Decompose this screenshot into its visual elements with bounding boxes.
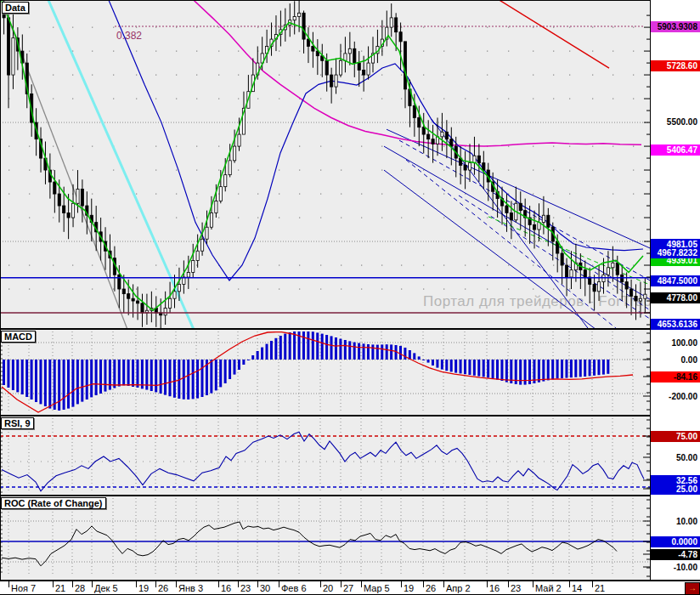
price-label: 50.00 <box>651 452 700 463</box>
time-axis-tick <box>218 581 219 587</box>
time-axis-tick <box>423 581 424 587</box>
time-axis: Ноя 72128Дек 51926Янв 3162330Фев 62027Ма… <box>0 580 700 595</box>
series-label-button[interactable]: Data <box>2 2 29 14</box>
panel-divider <box>0 415 651 416</box>
price-label: 0.0000 <box>651 536 700 547</box>
roc-panel-label[interactable]: ROC (Rate of Change) <box>1 497 106 509</box>
time-axis-label: 19 <box>404 583 414 593</box>
price-axis: 5903.93085728.605500.005406.474981.05493… <box>651 0 700 580</box>
time-axis-label: 26 <box>158 583 168 593</box>
time-axis-tick <box>53 581 54 587</box>
price-label: 100.00 <box>651 337 700 348</box>
trading-chart-window: Портал для трейдеров - ForTrader.ru 0.38… <box>0 0 700 595</box>
time-axis-label: 16 <box>489 583 500 593</box>
time-axis-label: 14 <box>572 583 582 593</box>
time-axis-label: 16 <box>221 583 231 593</box>
price-label: 4847.5000 <box>651 275 700 286</box>
time-axis-tick <box>72 581 73 587</box>
price-label: 25.00 <box>651 484 700 495</box>
price-label: 4778.00 <box>651 292 700 303</box>
time-axis-label: 30 <box>260 583 270 593</box>
time-axis-tick <box>487 581 488 587</box>
time-axis-tick <box>569 581 570 587</box>
time-axis-label: 23 <box>240 583 251 593</box>
left-border <box>0 0 1 580</box>
price-label: 0.00 <box>651 354 700 366</box>
time-axis-tick <box>155 581 156 587</box>
time-axis-tick <box>508 581 509 587</box>
price-label: 5500.00 <box>651 116 700 128</box>
time-axis-tick <box>257 581 258 587</box>
time-axis-label: 23 <box>511 583 521 593</box>
time-axis-tick <box>92 581 93 587</box>
time-axis-tick <box>8 581 9 587</box>
price-label: 5903.9308 <box>651 21 700 32</box>
panel-divider <box>0 0 651 1</box>
time-axis-label: 21 <box>595 583 605 593</box>
axis-separator <box>650 0 651 580</box>
price-label: 4653.6136 <box>651 319 700 330</box>
time-axis-tick <box>279 581 279 587</box>
time-axis-label: 19 <box>138 583 149 593</box>
scroll-right-button[interactable]: → <box>685 582 700 595</box>
time-axis-label: Май 2 <box>535 583 562 593</box>
time-axis-tick <box>401 581 402 587</box>
time-axis-tick <box>361 581 362 587</box>
rsi-panel-label[interactable]: RSI, 9 <box>1 417 34 429</box>
time-axis-tick <box>136 581 137 587</box>
time-axis-tick <box>443 581 444 587</box>
price-label: 75.00 <box>651 431 700 442</box>
time-axis-label: Фев 6 <box>281 583 307 593</box>
price-label: 4967.8232 <box>651 247 700 258</box>
price-label: -200.00 <box>651 391 700 402</box>
time-axis-label: Мар 5 <box>364 583 390 593</box>
panel-divider <box>0 328 651 330</box>
price-label: 10.00 <box>651 516 700 527</box>
time-axis-label: Янв 3 <box>178 583 203 593</box>
time-axis-tick <box>238 581 239 587</box>
time-axis-tick <box>341 581 342 587</box>
time-axis-tick <box>176 581 177 587</box>
time-axis-label: Апр 2 <box>446 583 471 593</box>
time-axis-label: 27 <box>343 583 353 593</box>
panel-divider <box>0 495 651 496</box>
time-axis-label: Ноя 7 <box>11 583 36 593</box>
price-label: -10.00 <box>651 562 700 573</box>
time-axis-label: 20 <box>323 583 333 593</box>
time-axis-label: 28 <box>75 583 85 593</box>
price-label: 5406.47 <box>651 144 700 156</box>
time-axis-label: 21 <box>55 583 65 593</box>
time-axis-label: Дек 5 <box>94 583 118 593</box>
time-axis-tick <box>592 581 593 587</box>
time-axis-tick <box>320 581 321 587</box>
price-label: -4.78 <box>651 549 700 560</box>
time-axis-label: 26 <box>426 583 436 593</box>
time-axis-tick <box>533 581 533 587</box>
macd-panel-label[interactable]: MACD <box>1 331 36 343</box>
price-label: 5728.60 <box>651 60 700 71</box>
price-label: -84.16 <box>651 371 700 382</box>
